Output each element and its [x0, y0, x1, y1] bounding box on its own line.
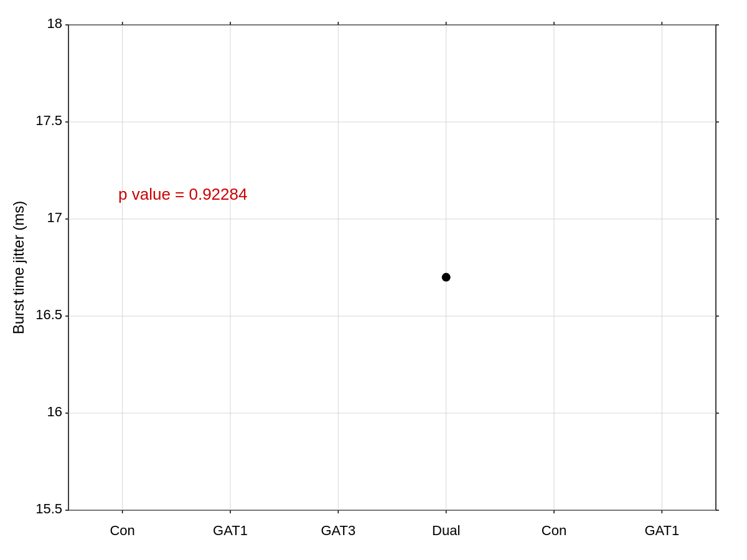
x-tick-label: GAT1: [213, 523, 248, 538]
y-tick-label: 17.5: [35, 113, 62, 128]
x-tick-label: Con: [110, 523, 134, 538]
y-tick-label: 16: [47, 404, 62, 419]
data-point: [442, 273, 451, 282]
svg-rect-0: [0, 0, 747, 560]
x-tick-label: GAT1: [644, 523, 679, 538]
scatter-chart: 15.51616.51717.518ConGAT1GAT3DualConGAT1…: [0, 0, 747, 560]
y-tick-label: 15.5: [35, 501, 62, 516]
y-tick-label: 18: [47, 16, 62, 31]
x-tick-label: Con: [542, 523, 566, 538]
p-value-annotation: p value = 0.92284: [118, 185, 247, 203]
chart-container: 15.51616.51717.518ConGAT1GAT3DualConGAT1…: [0, 0, 747, 560]
y-axis-label: Burst time jitter (ms): [10, 201, 27, 335]
x-tick-label: GAT3: [321, 523, 355, 538]
x-tick-label: Dual: [432, 523, 460, 538]
y-tick-label: 16.5: [35, 307, 62, 322]
y-tick-label: 17: [47, 210, 62, 225]
